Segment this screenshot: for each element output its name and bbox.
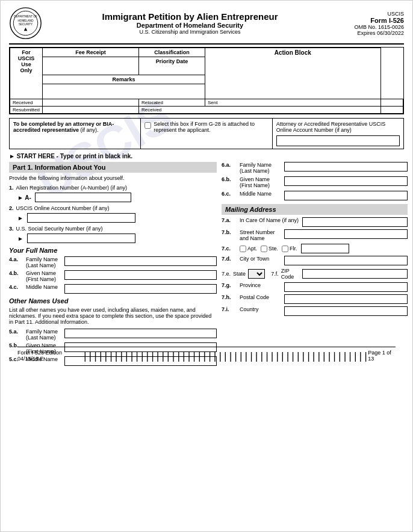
field7b-code: 7.b. bbox=[222, 229, 237, 235]
ste-checkbox[interactable] bbox=[261, 246, 267, 252]
field7h-code: 7.h. bbox=[222, 294, 237, 300]
field7h-label: Postal Code bbox=[240, 294, 282, 300]
apt-checkbox[interactable] bbox=[240, 246, 246, 252]
other-names-desc: List all other names you have ever used,… bbox=[9, 307, 217, 325]
sent-label: Sent bbox=[205, 99, 380, 107]
field4a-row: 4.a. Family Name(Last Name) bbox=[9, 256, 217, 268]
field4c-input[interactable] bbox=[64, 284, 217, 294]
uscis-logo: DEPARTMENT OF HOMELAND SECURITY bbox=[9, 7, 42, 40]
field7f-input[interactable] bbox=[302, 269, 408, 279]
field6b-input[interactable] bbox=[284, 176, 408, 186]
barcode: ||||||||||||||||||||||||||||||||||||||||… bbox=[82, 350, 368, 362]
field7c-row: 7.c. Apt. Ste. Flr. bbox=[222, 244, 408, 253]
field1-input[interactable] bbox=[35, 193, 131, 202]
field2-label: USCIS Online Account Number (if any) bbox=[16, 205, 110, 211]
field4c-row: 4.c. Middle Name bbox=[9, 284, 217, 294]
ste-label: Ste. bbox=[269, 246, 278, 252]
field7c-input[interactable] bbox=[301, 244, 349, 253]
flr-checkbox[interactable] bbox=[282, 246, 288, 252]
two-col-layout: Part 1. Information About You Provide th… bbox=[9, 162, 404, 368]
field7b-row: 7.b. Street Numberand Name bbox=[222, 229, 408, 241]
mailing-address-header: Mailing Address bbox=[222, 204, 408, 215]
field1-block: 1. Alien Registration Number (A-Number) … bbox=[9, 185, 217, 202]
field4a-input[interactable] bbox=[64, 256, 217, 266]
your-full-name-label: Your Full Name bbox=[9, 247, 217, 254]
footer-left: Form I-526 Edition 04/15/19 E bbox=[17, 350, 82, 362]
right-column: 6.a. Family Name(Last Name) 6.b. Given N… bbox=[222, 162, 408, 368]
agency-name: U.S. Citizenship and Immigration Service… bbox=[42, 29, 338, 35]
attorney-middle: Select this box if Form G-28 is attached… bbox=[141, 119, 272, 149]
field4b-input[interactable] bbox=[64, 270, 217, 280]
apt-check-group: Apt. Ste. Flr. bbox=[240, 244, 349, 253]
field1-num: 1. bbox=[9, 185, 14, 191]
field6c-code: 6.c. bbox=[222, 191, 237, 197]
sent-value bbox=[380, 99, 403, 107]
priority-date-label: Priority Date bbox=[138, 57, 205, 75]
field4c-code: 4.c. bbox=[9, 284, 23, 290]
field6b-label: Given Name(First Name) bbox=[240, 176, 282, 188]
field2-input[interactable] bbox=[27, 213, 135, 223]
field4b-label: Given Name(First Name) bbox=[26, 270, 62, 282]
apt-check-item: Apt. bbox=[240, 246, 257, 252]
field7h-input[interactable] bbox=[284, 294, 408, 304]
svg-marker-5 bbox=[24, 28, 28, 31]
field7a-input[interactable] bbox=[302, 217, 408, 227]
field3-input[interactable] bbox=[27, 234, 135, 243]
g28-checkbox[interactable] bbox=[144, 122, 151, 129]
field7d-label: City or Town bbox=[240, 256, 282, 262]
flr-label: Flr. bbox=[290, 246, 297, 252]
field5a-code: 5.a. bbox=[9, 329, 23, 335]
attorney-middle-text: Select this box if Form G-28 is attached… bbox=[154, 121, 268, 133]
dept-name: Department of Homeland Security bbox=[42, 22, 338, 29]
left-column: Part 1. Information About You Provide th… bbox=[9, 162, 217, 368]
field6a-input[interactable] bbox=[284, 162, 408, 172]
field7d-input[interactable] bbox=[284, 256, 408, 265]
flr-check-item: Flr. bbox=[282, 246, 297, 252]
field4b-code: 4.b. bbox=[9, 270, 23, 276]
field7f-code: 7.f. bbox=[271, 271, 279, 277]
fee-receipt-label: Fee Receipt bbox=[42, 48, 138, 57]
action-block-label: Action Block bbox=[205, 48, 380, 99]
attorney-left: To be completed by an attorney or BIA-ac… bbox=[10, 119, 141, 149]
field1-prefix: ► A- bbox=[17, 194, 31, 201]
remarks-value bbox=[42, 84, 205, 99]
field2-num: 2. bbox=[9, 205, 14, 211]
svg-text:SECURITY: SECURITY bbox=[19, 23, 33, 26]
field7g-label: Province bbox=[240, 282, 282, 288]
part1-subtext: Provide the following information about … bbox=[9, 175, 217, 181]
page-footer: Form I-526 Edition 04/15/19 E ||||||||||… bbox=[17, 347, 396, 362]
field6c-input[interactable] bbox=[284, 191, 408, 200]
field7h-row: 7.h. Postal Code bbox=[222, 294, 408, 304]
state-select[interactable] bbox=[248, 269, 265, 279]
attorney-account-input[interactable] bbox=[276, 135, 400, 146]
footer-right: Page 1 of 13 bbox=[368, 350, 396, 362]
field7b-input[interactable] bbox=[284, 229, 408, 239]
field4a-code: 4.a. bbox=[9, 256, 23, 262]
field7d-row: 7.d. City or Town bbox=[222, 256, 408, 265]
expires-date: Expires 06/30/2022 bbox=[338, 30, 404, 36]
field7g-code: 7.g. bbox=[222, 282, 237, 288]
field7i-input[interactable] bbox=[284, 306, 408, 316]
received2-value bbox=[380, 107, 403, 114]
field7a-label: In Care Of Name (if any) bbox=[240, 217, 300, 223]
resubmitted-value bbox=[42, 107, 138, 114]
field6a-label: Family Name(Last Name) bbox=[240, 162, 282, 174]
field7g-input[interactable] bbox=[284, 282, 408, 292]
for-uscis-cell: ForUSCISUseOnly bbox=[10, 48, 43, 99]
field7e-code: 7.e. bbox=[222, 271, 231, 277]
fee-receipt-value bbox=[42, 57, 138, 75]
omb-number: OMB No. 1615-0026 bbox=[338, 24, 404, 30]
field5a-row: 5.a. Family Name(Last Name) bbox=[9, 329, 217, 341]
resubmitted-label: Resubmitted bbox=[10, 107, 43, 114]
field5a-input[interactable] bbox=[64, 329, 217, 338]
part1-title: Part 1. Information About You bbox=[13, 164, 105, 171]
field7i-row: 7.i. Country bbox=[222, 306, 408, 316]
part1-header: Part 1. Information About You bbox=[9, 162, 217, 173]
field2-prefix: ► bbox=[17, 215, 23, 221]
field3-block: 3. U.S. Social Security Number (if any) … bbox=[9, 226, 217, 243]
top-table: ForUSCISUseOnly Fee Receipt Classificati… bbox=[9, 47, 404, 114]
field6a-row: 6.a. Family Name(Last Name) bbox=[222, 162, 408, 174]
start-here: ► START HERE - Type or print in black in… bbox=[9, 153, 404, 159]
attorney-left-text: To be completed by an attorney or BIA-ac… bbox=[13, 121, 114, 133]
uscis-label: USCIS bbox=[338, 11, 404, 17]
